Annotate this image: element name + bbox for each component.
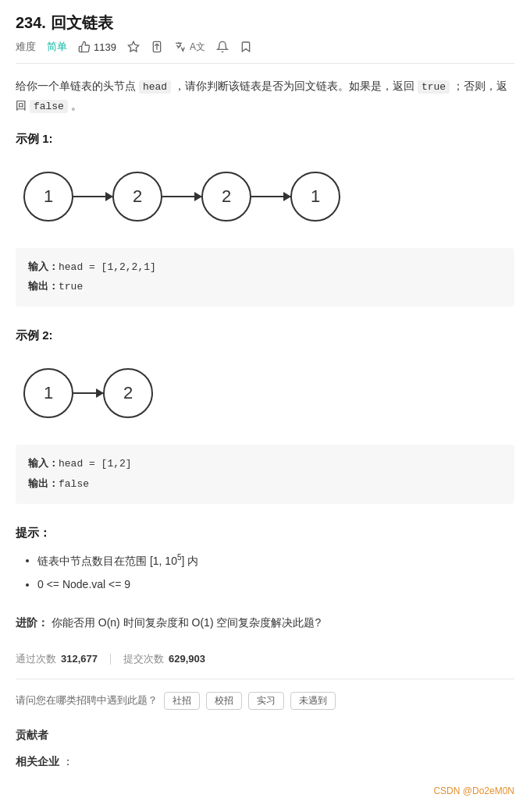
advanced-text: 你能否用 O(n) 时间复杂度和 O(1) 空间复杂度解决此题? <box>52 616 321 629</box>
node-1-4: 1 <box>290 172 340 222</box>
node-1-2: 2 <box>112 172 162 222</box>
star-icon[interactable] <box>127 41 140 53</box>
node-1-3: 2 <box>201 172 251 222</box>
example-2-input: 输入：head = [1,2] <box>28 454 502 474</box>
svg-marker-0 <box>128 41 138 51</box>
output-label-2: 输出： <box>28 477 59 489</box>
node-1-1: 1 <box>23 172 73 222</box>
node-2-1: 1 <box>23 368 73 418</box>
related-companies: 相关企业 ： <box>16 755 514 769</box>
accepted-stat: 通过次数 312,677 <box>16 652 98 666</box>
submitted-stat: 提交次数 629,903 <box>123 652 205 666</box>
contributors-section: 贡献者 <box>16 729 514 743</box>
example-2-diagram: 1 2 <box>16 354 514 445</box>
inline-code-head: head <box>139 80 171 94</box>
input-label-2: 输入： <box>28 457 59 469</box>
hints-section: 提示： 链表中节点数目在范围 [1, 105] 内 0 <= Node.val … <box>16 526 514 595</box>
arrow-2-1 <box>73 392 103 394</box>
likes-icon[interactable]: 1139 <box>78 41 116 53</box>
recruit-tag-intern[interactable]: 实习 <box>248 692 284 710</box>
stats-row: 通过次数 312,677 提交次数 629,903 <box>16 652 514 679</box>
title-row: 234. 回文链表 <box>16 12 514 34</box>
related-colon: ： <box>62 755 73 769</box>
advanced-label: 进阶： <box>16 616 48 629</box>
watermark: CSDN @Do2eM0N <box>433 785 514 796</box>
submitted-label: 提交次数 <box>123 652 164 666</box>
problem-description: 给你一个单链表的头节点 head ，请你判断该链表是否为回文链表。如果是，返回 … <box>16 76 514 116</box>
accepted-label: 通过次数 <box>16 652 56 666</box>
hint-item-1: 链表中节点数目在范围 [1, 105] 内 <box>37 550 514 571</box>
problem-name: 回文链表 <box>51 14 113 31</box>
advanced-section: 进阶： 你能否用 O(n) 时间复杂度和 O(1) 空间复杂度解决此题? <box>16 613 514 633</box>
hints-title: 提示： <box>16 526 514 541</box>
recruit-tag-none[interactable]: 未遇到 <box>290 692 336 710</box>
output-label-1: 输出： <box>28 280 59 292</box>
recruit-tag-social[interactable]: 社招 <box>164 692 200 710</box>
problem-number: 234. <box>16 14 46 31</box>
linked-list-2: 1 2 <box>23 360 514 426</box>
arrow-1-3 <box>251 196 290 197</box>
example-1-diagram: 1 2 2 1 <box>16 158 514 248</box>
linked-list-1: 1 2 2 1 <box>23 164 514 229</box>
bookmark-icon[interactable] <box>240 41 252 53</box>
example-2-title: 示例 2: <box>16 328 514 343</box>
example-2-io: 输入：head = [1,2] 输出：false <box>16 445 514 503</box>
difficulty-label: 难度 <box>16 40 36 54</box>
page-container: 234. 回文链表 难度 简单 1139 <box>0 0 530 782</box>
stat-divider <box>110 654 111 665</box>
inline-code-true: true <box>418 80 450 94</box>
recruitment-row: 请问您在哪类招聘中遇到此题？ 社招 校招 实习 未遇到 <box>16 692 514 710</box>
input-label-1: 输入： <box>28 261 59 272</box>
translate-icon[interactable]: A文 <box>174 41 205 54</box>
share-icon[interactable] <box>151 41 163 53</box>
meta-row: 难度 简单 1139 A <box>16 40 514 64</box>
hint-item-2: 0 <= Node.val <= 9 <box>37 574 514 595</box>
example-1-title: 示例 1: <box>16 132 514 147</box>
accepted-value: 312,677 <box>61 653 98 665</box>
example-1-output: 输出：true <box>28 277 502 297</box>
related-label: 相关企业 <box>16 755 59 769</box>
contributors-title: 贡献者 <box>16 729 514 743</box>
example-1-input: 输入：head = [1,2,2,1] <box>28 257 502 278</box>
recruit-tag-campus[interactable]: 校招 <box>206 692 242 710</box>
arrow-1-1 <box>73 196 112 197</box>
example-1-io: 输入：head = [1,2,2,1] 输出：true <box>16 248 514 307</box>
arrow-1-2 <box>162 196 201 197</box>
node-2-2: 2 <box>103 368 153 418</box>
recruitment-question: 请问您在哪类招聘中遇到此题？ <box>16 693 158 707</box>
hint-list: 链表中节点数目在范围 [1, 105] 内 0 <= Node.val <= 9 <box>16 550 514 595</box>
page-title: 234. 回文链表 <box>16 12 113 34</box>
example-2: 示例 2: 1 2 输入：head = [1,2] 输出：false <box>16 328 514 503</box>
example-1: 示例 1: 1 2 2 1 输入：head = [1,2,2,1] 输出：tru <box>16 132 514 307</box>
bell-icon[interactable] <box>216 41 229 53</box>
example-2-output: 输出：false <box>28 474 502 495</box>
submitted-value: 629,903 <box>169 653 205 665</box>
difficulty-value[interactable]: 简单 <box>47 40 67 54</box>
inline-code-false: false <box>30 100 68 113</box>
likes-count: 1139 <box>94 41 116 53</box>
